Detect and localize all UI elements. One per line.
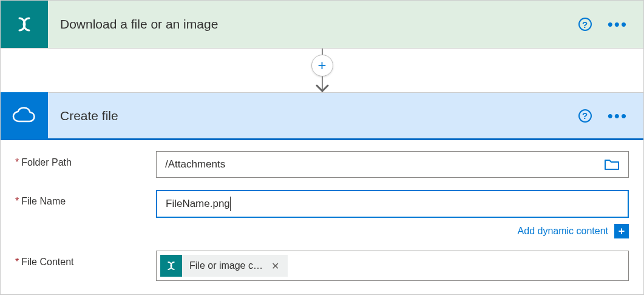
more-icon[interactable]: ••• xyxy=(608,113,628,119)
folder-picker-icon[interactable] xyxy=(604,158,620,171)
add-dynamic-content-link[interactable]: Add dynamic content xyxy=(518,226,608,237)
token-label: File or image c… xyxy=(189,260,263,271)
help-icon[interactable]: ? xyxy=(578,109,592,123)
step-create-file-header[interactable]: Create file ? ••• xyxy=(1,93,643,140)
field-row-file-content: File Content File or image c… ✕ xyxy=(15,251,629,281)
dataverse-icon xyxy=(1,1,48,48)
dataverse-icon xyxy=(160,255,182,277)
connector: + xyxy=(0,49,644,92)
more-icon[interactable]: ••• xyxy=(608,21,628,27)
field-value: /Attachments xyxy=(165,158,604,171)
step-title: Download a file or an image xyxy=(48,17,578,32)
step-download-header[interactable]: Download a file or an image ? ••• xyxy=(1,1,643,48)
onedrive-icon xyxy=(1,92,48,140)
field-value: FileName.png xyxy=(166,198,230,210)
field-label: Folder Path xyxy=(15,151,156,168)
file-name-input[interactable]: FileName.png xyxy=(156,190,629,218)
file-content-input[interactable]: File or image c… ✕ xyxy=(156,251,629,281)
field-row-file-name: File Name FileName.png Add dynamic conte… xyxy=(15,190,629,238)
step-download-card: Download a file or an image ? ••• xyxy=(0,0,644,49)
add-step-button[interactable]: + xyxy=(311,55,333,76)
field-row-folder-path: Folder Path /Attachments xyxy=(15,151,629,178)
step-form: Folder Path /Attachments File Name FileN… xyxy=(1,140,643,294)
step-title: Create file xyxy=(48,109,578,123)
folder-path-input[interactable]: /Attachments xyxy=(156,151,629,178)
remove-token-button[interactable]: ✕ xyxy=(269,260,282,272)
text-caret xyxy=(230,197,231,211)
arrow-down-icon xyxy=(316,84,329,93)
field-label: File Content xyxy=(15,251,156,268)
add-dynamic-content-button[interactable]: + xyxy=(614,224,629,238)
dynamic-content-token: File or image c… ✕ xyxy=(160,255,288,277)
help-icon[interactable]: ? xyxy=(578,18,592,31)
step-create-file-card: Create file ? ••• Folder Path /Attachmen… xyxy=(0,92,644,295)
field-label: File Name xyxy=(15,190,156,207)
